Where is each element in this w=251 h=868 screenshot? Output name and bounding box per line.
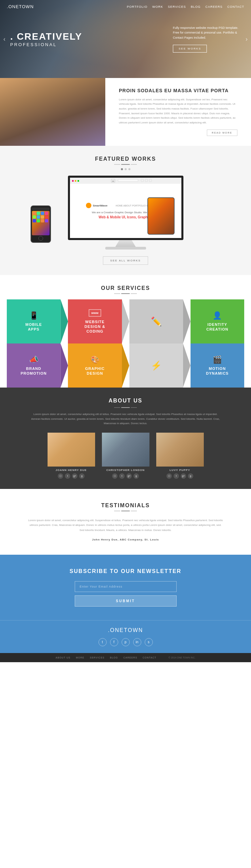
footer-social-facebook[interactable]: f — [110, 638, 118, 646]
app-icon — [45, 219, 48, 222]
copyright: © 2014 ONE TOWN INC. — [168, 656, 195, 659]
social-google[interactable]: g+ — [126, 473, 132, 479]
read-more-button[interactable]: READ MORE — [207, 130, 237, 136]
hero-next-arrow[interactable]: › — [246, 36, 248, 43]
arrow-1: ▶ — [60, 299, 68, 343]
social-dribbble[interactable]: ⬡ — [58, 473, 63, 479]
pencil-icon: ✏️ — [151, 316, 162, 327]
nav-logo[interactable]: .ONETOWN — [7, 4, 34, 9]
flash-icon: ⚡ — [151, 360, 162, 371]
nav-blog[interactable]: BLOG — [191, 5, 201, 8]
footer-nav-more[interactable]: MORE — [76, 656, 84, 659]
services-row-2: 📣 BRANDPROMOTION 🎨 GRAPHICDESIGN ⚡ 🎬 MOT… — [7, 343, 244, 388]
about-split-content: PROIN SODALES EU MASSA VITAE PORTA Lorem… — [105, 78, 251, 146]
footer-nav-blog[interactable]: BLOG — [110, 656, 118, 659]
service-brand-promotion[interactable]: 📣 BRANDPROMOTION — [7, 343, 60, 388]
bottom-navigation: ABOUT US MORE SERVICES BLOG CAREERS CONT… — [0, 653, 251, 662]
service-motion-dynamics[interactable]: 🎬 MOTIONDYNAMICS — [191, 343, 244, 388]
app-icon — [41, 212, 44, 215]
services-row-1: 📱 MOBILEAPPS ▶ www WEBSITEDESIGN &CODING… — [7, 299, 244, 343]
divider-t-mid — [121, 511, 130, 511]
app-icon — [37, 212, 40, 215]
footer-social-twitter[interactable]: t — [98, 638, 107, 646]
social-twitter[interactable]: t — [65, 473, 70, 479]
website-label: WEBSITEDESIGN &CODING — [85, 319, 105, 334]
email-input[interactable] — [75, 581, 177, 592]
social-twitter[interactable]: t — [119, 473, 125, 479]
footer-nav-services[interactable]: SERVICES — [90, 656, 104, 659]
footer-logo-suffix: TOWN — [124, 627, 143, 633]
testimonials-heading: TESTIMONIALS — [27, 502, 224, 509]
divider-t — [114, 511, 120, 511]
toolbar-icon — [111, 179, 115, 182]
footer-brand: .ONETOWN t f p in s — [0, 620, 251, 653]
imac-base — [105, 247, 146, 250]
arrow-5 — [122, 343, 129, 388]
footer-social-skype[interactable]: s — [145, 638, 153, 646]
team-social-1: ⬡ t g+ g — [48, 473, 95, 479]
team-social-3: ⬡ t g+ g — [156, 473, 204, 479]
featured-works-heading: FEATURED WORKS — [7, 156, 244, 162]
arrow-2 — [122, 299, 129, 343]
footer-nav-about[interactable]: ABOUT US — [56, 656, 71, 659]
window-max — [77, 180, 79, 182]
hero-content: . CREATIVELY PROFESSIONAL — [0, 31, 92, 47]
nav-services[interactable]: SERVICES — [168, 5, 186, 8]
footer-nav-careers[interactable]: CAREERS — [123, 656, 137, 659]
nav-contact[interactable]: CONTACT — [227, 5, 244, 8]
team-name-1: JOANN HENRY DUE — [48, 469, 95, 472]
identity-label: IDENTITYCREATION — [207, 322, 229, 332]
team-social-2: ⬡ t g+ g — [102, 473, 149, 479]
testimonials-divider — [27, 511, 224, 511]
dot-3[interactable] — [128, 168, 130, 170]
arrow-3 — [183, 299, 191, 343]
social-twitter[interactable]: t — [174, 473, 179, 479]
service-pencil[interactable]: ✏️ — [129, 299, 183, 343]
team-photo-3 — [156, 433, 204, 467]
motion-icon: 🎬 — [213, 355, 222, 364]
service-flash[interactable]: ⚡ — [129, 343, 183, 388]
social-github[interactable]: g — [133, 473, 139, 479]
social-google[interactable]: g+ — [72, 473, 77, 479]
t-icon — [145, 179, 148, 182]
hero-see-works-button[interactable]: SEE WORKS — [173, 45, 207, 53]
service-identity-creation[interactable]: 👤 IDENTITYCREATION — [191, 299, 244, 343]
service-website-design[interactable]: www WEBSITEDESIGN &CODING — [68, 299, 122, 343]
team-photo-2 — [102, 433, 149, 467]
phone-mockup — [31, 205, 51, 243]
dot-1[interactable] — [121, 168, 123, 170]
nav-careers[interactable]: CAREERS — [205, 5, 223, 8]
social-github[interactable]: g — [188, 473, 193, 479]
imac-screen-header — [70, 178, 181, 184]
social-github[interactable]: g — [79, 473, 85, 479]
team-name-2: CHRISTOPHER LONDON — [102, 469, 149, 472]
mockup-phone-inscreen — [147, 197, 175, 235]
footer-nav-contact[interactable]: CONTACT — [143, 656, 156, 659]
social-dribbble[interactable]: ⬡ — [112, 473, 118, 479]
hero-subtitle: PROFESSIONAL — [10, 42, 82, 47]
nav-work[interactable]: WORK — [152, 5, 163, 8]
nav-portfolio[interactable]: PORTFOLIO — [127, 5, 147, 8]
footer-social-linkedin[interactable]: in — [133, 638, 141, 646]
about-split-image — [0, 78, 105, 146]
dot-2[interactable] — [125, 168, 127, 170]
about-split-heading: PROIN SODALES EU MASSA VITAE PORTA — [119, 88, 237, 93]
footer-logo-name: ONE — [110, 627, 124, 633]
hero-title: . CREATIVELY — [10, 31, 82, 42]
app-icon — [45, 215, 48, 219]
service-mobile-apps[interactable]: 📱 MOBILEAPPS — [7, 299, 60, 343]
footer-social-pinterest[interactable]: p — [122, 638, 130, 646]
hero-prev-arrow[interactable]: ‹ — [3, 36, 5, 43]
newsletter-submit-button[interactable]: SUBMIT — [75, 595, 177, 607]
social-google[interactable]: g+ — [181, 473, 186, 479]
app-icon — [33, 212, 36, 215]
see-all-works-button[interactable]: SEE ALL WORKS — [103, 256, 148, 265]
app-icon — [33, 219, 36, 222]
our-services-heading: OUR SERVICES — [7, 285, 244, 291]
service-graphic-design[interactable]: 🎨 GRAPHICDESIGN — [68, 343, 122, 388]
t-icon — [149, 179, 152, 182]
address-bar — [118, 179, 138, 182]
divider-s-mid — [121, 293, 130, 294]
social-dribbble[interactable]: ⬡ — [166, 473, 172, 479]
services-divider — [7, 293, 244, 294]
